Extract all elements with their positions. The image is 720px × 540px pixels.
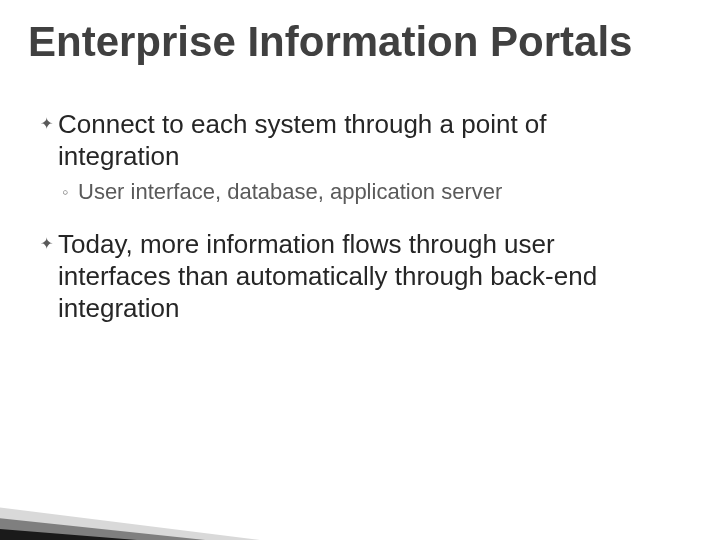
slide-body: ✦ Connect to each system through a point… [40, 108, 670, 330]
subbullet-text: User interface, database, application se… [78, 178, 502, 206]
subbullet-icon: ◦ [62, 178, 78, 206]
bullet-icon: ✦ [40, 228, 58, 260]
corner-decoration [0, 430, 340, 540]
svg-marker-0 [0, 500, 340, 540]
slide: Enterprise Information Portals ✦ Connect… [0, 0, 720, 540]
bullet-level1: ✦ Today, more information flows through … [40, 228, 670, 324]
svg-marker-1 [0, 512, 300, 540]
bullet-text: Connect to each system through a point o… [58, 108, 670, 172]
bullet-text: Today, more information flows through us… [58, 228, 670, 324]
bullet-icon: ✦ [40, 108, 58, 140]
svg-marker-2 [0, 524, 260, 540]
bullet-level2: ◦ User interface, database, application … [62, 178, 670, 206]
bullet-level1: ✦ Connect to each system through a point… [40, 108, 670, 172]
slide-title: Enterprise Information Portals [28, 18, 632, 66]
